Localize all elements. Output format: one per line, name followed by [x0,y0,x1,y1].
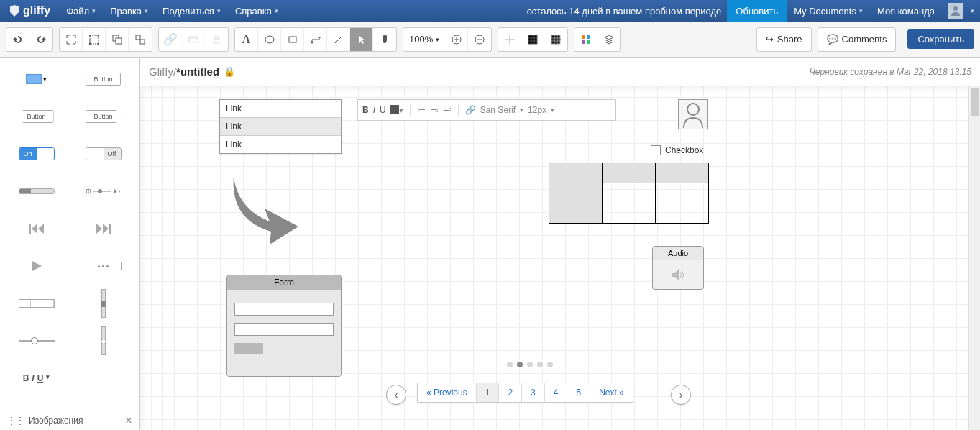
shape-dots-bar[interactable] [70,247,137,285]
svg-point-3 [97,35,99,37]
lock-button [205,28,228,51]
svg-rect-21 [587,40,590,44]
draft-saved-text: Черновик сохранен в Mar 22, 2018 13:15 [810,67,971,77]
upgrade-button[interactable]: Обновить [727,0,787,22]
snap-button[interactable] [498,28,521,51]
shape-vslider[interactable] [70,285,137,322]
redo-button[interactable] [29,28,52,51]
svg-line-15 [335,36,342,43]
toolbar: 🔗 A 100% ▾ ↪Share 💬Comments Сохранить [0,22,980,58]
svg-rect-9 [140,40,145,44]
logo-text: gliffy [23,4,50,17]
menu-file[interactable]: Файл▾ [59,0,103,22]
shape-color[interactable]: ▾ [3,60,70,98]
logo[interactable]: gliffy [0,4,59,17]
canvas-avatar[interactable] [678,99,708,129]
shape-volume[interactable] [70,173,137,210]
svg-rect-18 [582,35,585,39]
svg-rect-11 [214,39,219,43]
svg-rect-19 [587,35,590,39]
ungroup-button[interactable] [129,28,152,51]
zoom-out-button[interactable] [468,28,491,51]
svg-rect-13 [289,37,296,42]
shape-vslider-round[interactable] [70,322,137,360]
canvas-pager[interactable]: « Previous 1 2 3 4 5 Next » [417,383,633,403]
share-button[interactable]: ↪Share [757,28,811,51]
shape-toggle-off[interactable]: Off [70,135,137,173]
canvas-nav-prev[interactable]: ‹ [386,385,406,405]
connector-tool[interactable] [304,28,327,51]
canvas-nav-next[interactable]: › [671,385,691,405]
svg-point-25 [98,189,102,193]
app-header: gliffy Файл▾ Правка▾ Поделиться▾ Справка… [0,0,980,22]
trial-text: осталось 14 дней в вашем пробном периоде [521,6,728,17]
select-all-button[interactable] [83,28,106,51]
layers-button[interactable] [597,28,620,51]
canvas-scrollbar[interactable] [968,86,980,430]
svg-rect-7 [116,38,122,44]
canvas-form[interactable]: Form [226,275,342,377]
shape-button-rect[interactable]: Button [70,60,137,98]
svg-point-4 [89,42,91,45]
canvas-dots[interactable] [507,362,553,367]
close-icon[interactable]: ✕ [125,416,132,426]
svg-rect-8 [136,35,140,40]
canvas-checkbox[interactable]: Checkbox [651,145,703,155]
guides-button[interactable] [544,28,567,51]
user-avatar[interactable] [948,3,963,19]
svg-point-14 [311,41,313,43]
save-button[interactable]: Сохранить [907,29,974,49]
svg-point-26 [687,104,699,115]
ellipse-tool[interactable] [258,28,281,51]
canvas-header: Gliffy / *untitled 🔒 Черновик сохранен в… [140,58,980,86]
canvas-arrow[interactable] [226,173,306,244]
theme-button[interactable] [574,28,597,51]
menu-edit[interactable]: Правка▾ [103,0,155,22]
canvas-wrap: Gliffy / *untitled 🔒 Черновик сохранен в… [140,58,980,430]
shape-menu-bar[interactable] [3,285,70,322]
line-tool[interactable] [327,28,350,51]
lock-icon[interactable]: 🔒 [224,66,235,77]
shape-skip-back[interactable] [3,210,70,247]
svg-point-5 [97,42,99,45]
menu-team[interactable]: Моя команда [870,0,942,22]
breadcrumb-app[interactable]: Gliffy [149,65,173,78]
shape-button-tag-left[interactable]: Button [3,98,70,135]
canvas-richtext-toolbar[interactable]: BIU ▾ ≔≕≔ 🔗 San Serif▾ 12px▾ [357,99,616,121]
svg-point-2 [89,35,91,37]
canvas-link-list[interactable]: Link Link Link [219,99,342,154]
zoom-select[interactable]: 100% ▾ [403,28,445,51]
sidebar-section-images[interactable]: ⋮⋮ Изображения ✕ [0,411,139,430]
shape-biu[interactable]: BIU▾ [3,360,70,397]
shape-button-tag-right[interactable]: Button [70,98,137,135]
group-button[interactable] [106,28,129,51]
canvas-table[interactable] [549,163,709,224]
grid-button[interactable] [521,28,544,51]
document-title[interactable]: *untitled [176,65,219,78]
shape-toggle-on[interactable]: On [3,135,70,173]
popup-button [182,28,205,51]
canvas-audio[interactable]: Audio [652,246,704,290]
text-tool[interactable]: A [235,28,258,51]
shape-progress[interactable] [3,173,70,210]
svg-rect-20 [582,40,585,44]
shape-skip-fwd[interactable] [70,210,137,247]
svg-rect-1 [90,35,99,44]
pointer-tool[interactable] [350,28,373,51]
menu-help[interactable]: Справка▾ [228,0,285,22]
menu-share[interactable]: Поделиться▾ [155,0,228,22]
shape-sidebar: ▾ Button Button Button On Off BIU▾ ⋮⋮ Из… [0,58,140,430]
fit-button[interactable] [60,28,83,51]
shape-hslider[interactable] [3,322,70,360]
shape-play[interactable] [3,247,70,285]
svg-rect-10 [189,37,198,42]
canvas[interactable]: Link Link Link BIU ▾ ≔≕≔ 🔗 San Serif▾ 12… [140,86,980,430]
svg-point-0 [953,6,958,11]
rect-tool[interactable] [281,28,304,51]
main-area: ▾ Button Button Button On Off BIU▾ ⋮⋮ Из… [0,58,980,430]
comments-button[interactable]: 💬Comments [818,28,896,51]
undo-button[interactable] [6,28,29,51]
menu-mydocs[interactable]: My Documents▾ [787,0,870,22]
pan-tool[interactable] [373,28,396,51]
zoom-in-button[interactable] [445,28,468,51]
